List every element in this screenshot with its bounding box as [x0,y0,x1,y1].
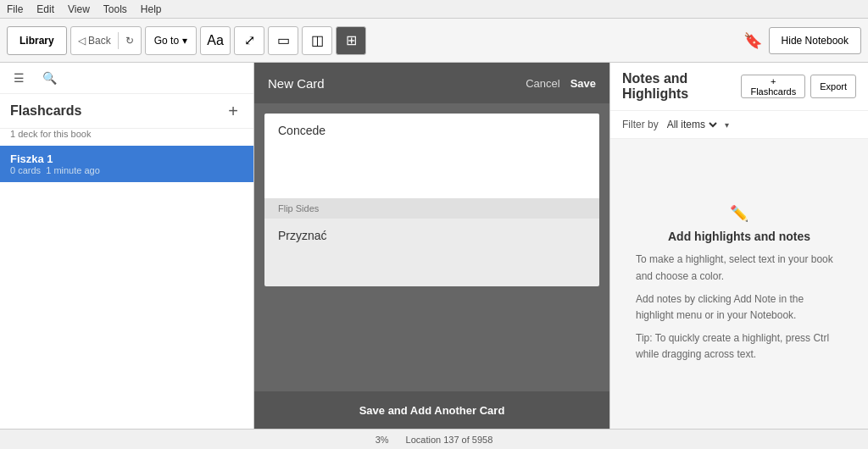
flip-sides-bar[interactable]: Flip Sides [264,198,599,219]
highlights-empty: ✏️ Add highlights and notes To make a hi… [610,139,868,429]
filter-label: Filter by [622,119,659,130]
single-page-button[interactable]: ▭ [268,26,298,55]
filter-bar: Filter by All items ▾ [610,111,868,139]
modal-actions: Cancel Save [526,77,596,90]
cancel-button[interactable]: Cancel [526,77,559,90]
modal-title: New Card [268,76,325,91]
menu-file[interactable]: File [7,3,23,15]
center-area: New Card Cancel Save Concede Flip Sides … [254,63,609,429]
deck-meta: 0 cards 1 minute ago [10,165,243,175]
goto-button[interactable]: Go to ▾ [145,26,197,55]
save-button[interactable]: Save [570,77,596,90]
pencil-icon: ✏️ [730,204,748,223]
hide-notebook-button[interactable]: Hide Notebook [769,27,861,54]
save-another-button[interactable]: Save and Add Another Card [359,404,505,417]
card-back[interactable]: Przyznać [264,219,599,286]
main-layout: ☰ 🔍 Flashcards + 1 deck for this book Fi… [0,63,868,429]
highlights-heading: Add highlights and notes [668,230,810,243]
card-front[interactable]: Concede [264,114,599,198]
deck-item[interactable]: Fiszka 1 0 cards 1 minute ago [0,146,253,182]
double-page-button[interactable]: ◫ [302,26,332,55]
menu-help[interactable]: Help [141,3,162,15]
refresh-button[interactable]: ↻ [119,26,141,55]
add-deck-button[interactable]: + [223,101,243,121]
card-content: Concede Flip Sides Przyznać [254,103,609,391]
nav-group: ◁ Back ↻ [70,26,142,55]
chevron-down-icon: ▾ [182,35,187,47]
export-button[interactable]: Export [810,75,856,98]
back-button[interactable]: ◁ Back [71,26,118,55]
flashcards-button[interactable]: + Flashcards [741,75,805,98]
sidebar-subtitle: 1 deck for this book [0,129,253,146]
location-info: Location 137 of 5958 [406,435,493,445]
card-footer-area [264,286,599,381]
fullscreen-button[interactable]: ⤢ [234,26,264,55]
sidebar-header: Flashcards + [0,94,253,129]
menu-edit[interactable]: Edit [36,3,54,15]
highlights-desc: To make a highlight, select text in your… [636,252,843,363]
sidebar: ☰ 🔍 Flashcards + 1 deck for this book Fi… [0,63,254,429]
status-bar: 3% Location 137 of 5958 [0,429,868,449]
sidebar-icon-bar: ☰ 🔍 [0,63,253,94]
library-button[interactable]: Library [7,26,67,55]
grid-view-button[interactable]: ⊞ [336,26,366,55]
bookmark-icon[interactable]: 🔖 [740,28,765,53]
modal-header: New Card Cancel Save [254,63,609,103]
right-panel-actions: + Flashcards Export [741,75,856,98]
toolbar: Library ◁ Back ↻ Go to ▾ Aa ⤢ ▭ ◫ ⊞ 🔖 Hi… [0,19,868,63]
deck-title: Fiszka 1 [10,152,243,165]
modal-bottom: Save and Add Another Card [254,391,609,429]
chevron-down-icon: ▾ [725,120,729,130]
menu-tools[interactable]: Tools [103,3,127,15]
right-panel-header: Notes and Highlights + Flashcards Export [610,63,868,111]
menu-bar: File Edit View Tools Help [0,0,868,19]
menu-view[interactable]: View [68,3,90,15]
sidebar-title: Flashcards [10,103,81,119]
right-panel: Notes and Highlights + Flashcards Export… [609,63,868,429]
progress-percent: 3% [376,435,389,445]
hamburger-icon[interactable]: ☰ [7,66,31,90]
right-panel-title: Notes and Highlights [622,71,741,102]
font-size-button[interactable]: Aa [200,26,231,55]
filter-select[interactable]: All items [664,118,720,131]
search-icon[interactable]: 🔍 [37,66,61,90]
